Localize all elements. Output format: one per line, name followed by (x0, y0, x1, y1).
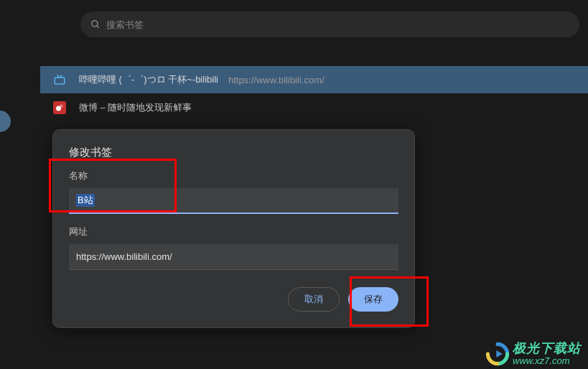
search-bar[interactable] (80, 11, 579, 37)
bilibili-tv-icon (53, 73, 66, 86)
name-input[interactable]: B站 (69, 188, 398, 214)
dialog-title: 修改书签 (69, 146, 398, 159)
weibo-icon (53, 101, 66, 114)
bookmark-item-weibo[interactable]: 微博 – 随时随地发现新鲜事 (40, 94, 588, 121)
bookmark-title: 哔哩哔哩 (゜-゜)つロ 干杯~-bilibili (79, 73, 218, 86)
url-field-group: 网址 (69, 225, 398, 270)
save-button[interactable]: 保存 (348, 287, 398, 312)
watermark-title: 极光下载站 (513, 342, 581, 356)
bookmark-item-bilibili[interactable]: 哔哩哔哩 (゜-゜)つロ 干杯~-bilibili https://www.bi… (40, 66, 588, 93)
name-field-group: 名称 B站 (69, 169, 398, 214)
svg-point-6 (60, 105, 62, 107)
name-input-selection: B站 (76, 194, 95, 207)
side-indicator (0, 111, 11, 132)
bookmark-title: 微博 – 随时随地发现新鲜事 (79, 101, 192, 114)
search-icon (90, 19, 101, 29)
dialog-actions: 取消 保存 (69, 287, 398, 312)
name-label: 名称 (69, 169, 398, 182)
watermark: 极光下载站 www.xz7.com (485, 342, 581, 366)
watermark-logo-icon (485, 342, 510, 366)
url-label: 网址 (69, 225, 398, 238)
url-input[interactable] (69, 244, 398, 270)
svg-rect-2 (55, 78, 65, 84)
svg-line-1 (97, 26, 99, 28)
cancel-button[interactable]: 取消 (288, 287, 340, 312)
edit-bookmark-dialog: 修改书签 名称 B站 网址 取消 保存 (52, 129, 415, 328)
search-input[interactable] (106, 19, 569, 30)
bookmark-url: https://www.bilibili.com/ (228, 75, 325, 85)
watermark-url: www.xz7.com (513, 356, 581, 366)
svg-point-0 (92, 21, 98, 27)
